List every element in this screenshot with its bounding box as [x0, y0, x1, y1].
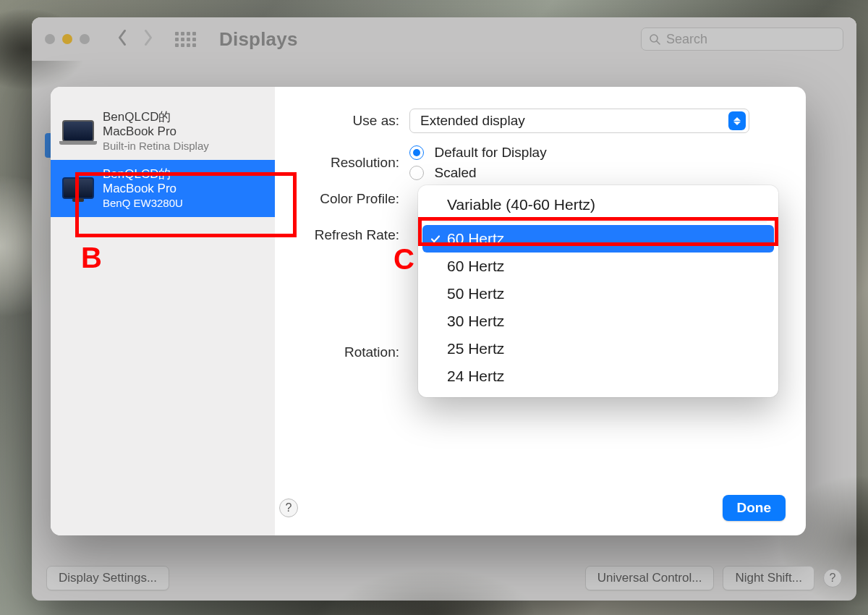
refresh-rate-option-24[interactable]: 24 Hertz — [422, 362, 774, 390]
display-settings-button[interactable]: Display Settings... — [46, 566, 169, 590]
menu-item-label: Variable (40-60 Hertz) — [447, 196, 595, 213]
help-button[interactable]: ? — [823, 569, 842, 588]
close-window-icon[interactable] — [45, 34, 55, 44]
display-sub: Built-in Retina Display — [103, 140, 209, 153]
chevron-up-down-icon — [728, 111, 746, 130]
done-button[interactable]: Done — [723, 495, 786, 521]
all-settings-grid-icon[interactable] — [175, 32, 196, 47]
display-line2: MacBook Pro — [103, 124, 209, 139]
row-resolution: Resolution: Default for Display Scaled — [279, 145, 786, 181]
monitor-display-icon — [62, 177, 94, 199]
refresh-rate-option-30[interactable]: 30 Hertz — [422, 308, 774, 335]
radio-icon — [409, 166, 424, 180]
help-button[interactable]: ? — [279, 499, 298, 517]
back-button[interactable] — [116, 29, 129, 49]
display-line2: MacBook Pro — [103, 182, 183, 196]
annotation-label-b: B — [81, 242, 102, 274]
display-item-external[interactable]: BenQLCD的 MacBook Pro BenQ EW3280U — [51, 160, 275, 217]
laptop-display-icon — [62, 120, 94, 142]
display-item-builtin[interactable]: BenQLCD的 MacBook Pro Built-in Retina Dis… — [51, 103, 275, 160]
label-use-as: Use as: — [279, 113, 409, 129]
radio-label: Scaled — [434, 165, 476, 180]
resolution-option-scaled[interactable]: Scaled — [409, 165, 786, 181]
universal-control-button[interactable]: Universal Control... — [585, 566, 715, 590]
refresh-rate-option-60[interactable]: 60 Hertz — [422, 253, 774, 280]
refresh-rate-option-25[interactable]: 25 Hertz — [422, 335, 774, 362]
check-icon — [430, 233, 441, 245]
display-sub: BenQ EW3280U — [103, 197, 183, 210]
radio-icon — [409, 145, 424, 160]
titlebar: Displays Search — [32, 17, 856, 61]
label-rotation: Rotation: — [279, 344, 409, 360]
minimize-window-icon[interactable] — [62, 34, 72, 44]
forward-button[interactable] — [142, 29, 155, 49]
sheet-footer: ? Done — [279, 495, 786, 521]
refresh-rate-option-50[interactable]: 50 Hertz — [422, 280, 774, 308]
search-placeholder: Search — [666, 32, 707, 47]
display-settings-sheet: BenQLCD的 MacBook Pro Built-in Retina Dis… — [51, 87, 806, 535]
use-as-value: Extended display — [420, 113, 525, 129]
display-line1: BenQLCD的 — [103, 110, 209, 124]
menu-item-label: 60 Hertz — [447, 258, 504, 275]
window-controls — [45, 34, 90, 44]
annotation-label-c: C — [393, 243, 414, 276]
svg-line-1 — [657, 41, 660, 44]
night-shift-button[interactable]: Night Shift... — [723, 566, 814, 590]
menu-separator — [430, 221, 767, 222]
menu-item-label: 50 Hertz — [447, 285, 504, 302]
label-refresh-rate: Refresh Rate: — [279, 227, 409, 243]
menu-item-label: 24 Hertz — [447, 368, 504, 385]
refresh-rate-menu[interactable]: Variable (40-60 Hertz) 60 Hertz 60 Hertz… — [418, 185, 778, 397]
label-color-profile: Color Profile: — [279, 191, 409, 207]
window-title: Displays — [219, 28, 298, 51]
nav-arrows — [116, 29, 155, 49]
refresh-rate-option-variable[interactable]: Variable (40-60 Hertz) — [422, 191, 774, 219]
menu-item-label: 30 Hertz — [447, 313, 504, 330]
menu-item-label: 60 Hertz — [447, 230, 504, 247]
display-line1: BenQLCD的 — [103, 167, 183, 182]
resolution-option-default[interactable]: Default for Display — [409, 145, 786, 161]
radio-label: Default for Display — [434, 145, 546, 160]
use-as-popup[interactable]: Extended display — [409, 109, 749, 133]
zoom-window-icon[interactable] — [80, 34, 90, 44]
search-icon — [649, 33, 660, 45]
search-input[interactable]: Search — [641, 27, 843, 51]
row-use-as: Use as: Extended display — [279, 109, 786, 133]
display-list-sidebar: BenQLCD的 MacBook Pro Built-in Retina Dis… — [51, 87, 275, 535]
footer-bar: Display Settings... Universal Control...… — [32, 566, 856, 590]
display-settings-pane: Use as: Extended display Resolution: Def… — [275, 87, 806, 535]
label-resolution: Resolution: — [279, 155, 409, 171]
menu-item-label: 25 Hertz — [447, 340, 504, 357]
refresh-rate-option-60-selected[interactable]: 60 Hertz — [422, 225, 774, 253]
